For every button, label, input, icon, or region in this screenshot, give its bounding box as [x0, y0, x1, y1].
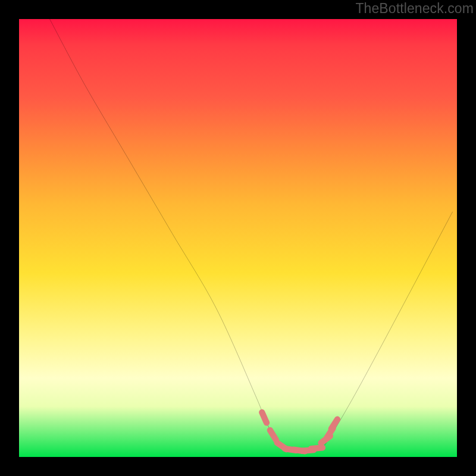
plot-area	[19, 19, 457, 457]
watermark-text: TheBottleneck.com	[355, 1, 474, 17]
heatmap-gradient	[19, 19, 457, 457]
canvas: TheBottleneck.com	[0, 0, 476, 476]
